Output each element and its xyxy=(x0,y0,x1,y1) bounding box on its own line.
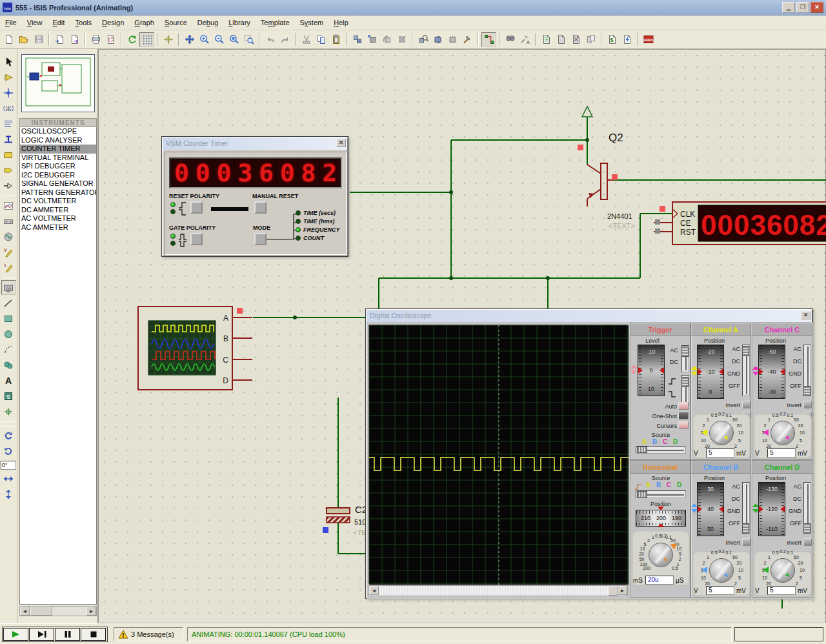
instrument-item-ac-voltmeter[interactable]: AC VOLTMETER xyxy=(20,214,96,223)
mode-button-circle-2d[interactable] xyxy=(1,327,16,341)
instrument-item-oscilloscope[interactable]: OSCILLOSCOPE xyxy=(20,127,96,136)
scope-scroll-right-button[interactable]: ► xyxy=(618,586,627,595)
mode-button-tape-recorder[interactable] xyxy=(1,214,16,228)
instrument-item-spi-debugger[interactable]: SPI DEBUGGER xyxy=(20,162,96,171)
toolbar-button-decompose[interactable] xyxy=(460,32,475,47)
toolbar-button-zoom-area[interactable] xyxy=(241,32,256,47)
trigger-one-shot-button[interactable] xyxy=(678,412,689,419)
oscilloscope-window[interactable]: Digital Oscilloscope ✕ ◄ ► TriggerLevel-… xyxy=(365,308,813,599)
scroll-right-button[interactable]: ► xyxy=(86,607,96,616)
close-button[interactable]: ✕ xyxy=(811,2,823,13)
toolbar-button-search-tag[interactable] xyxy=(503,32,518,47)
toolbar-button-new-file[interactable] xyxy=(1,32,16,47)
toolbar-button-remove-sheet[interactable] xyxy=(569,32,583,47)
toolbar-button-paste[interactable] xyxy=(328,32,343,47)
instrument-item-i2c-debugger[interactable]: I2C DEBUGGER xyxy=(20,171,96,180)
toolbar-button-cut[interactable] xyxy=(299,32,314,47)
channel-a-invert-button[interactable] xyxy=(742,401,750,408)
toolbar-button-netlist-to-ares[interactable]: ARES xyxy=(641,32,656,47)
toolbar-button-import-section[interactable] xyxy=(52,32,67,47)
trigger-cursors-button[interactable] xyxy=(678,421,689,429)
toolbar-button-pick-device[interactable] xyxy=(416,32,430,47)
channel-b-gain-knob-value[interactable]: 5 xyxy=(706,586,734,595)
mode-button-text-2d[interactable]: A xyxy=(1,373,16,388)
instrument-item-ac-ammeter[interactable]: AC AMMETER xyxy=(20,223,96,232)
channel-a-gain-knob-value[interactable]: 5 xyxy=(706,448,734,458)
counter-timer-titlebar[interactable]: VSM Counter Timer xyxy=(163,137,347,150)
instrument-item-pattern-generator[interactable]: PATTERN GENERATOR xyxy=(20,188,96,197)
mode-button-text-script[interactable] xyxy=(1,116,16,131)
menu-item-file[interactable]: File xyxy=(0,17,22,28)
channel-c-gain-knob-value[interactable]: 5 xyxy=(767,448,796,458)
toolbar-button-zoom-out[interactable] xyxy=(212,32,227,47)
scroll-thumb[interactable] xyxy=(30,607,52,616)
toolbar-button-packaging-tool[interactable] xyxy=(445,32,460,47)
gate-polarity-button[interactable] xyxy=(190,233,203,245)
messages-box[interactable]: 3 Message(s) xyxy=(114,627,183,641)
mode-button-junction-dot[interactable] xyxy=(1,85,16,100)
toolbar-button-block-rotate[interactable] xyxy=(379,32,394,47)
toolbar-button-false-origin[interactable] xyxy=(161,32,176,47)
rotation-angle-field[interactable]: 0° xyxy=(1,461,16,470)
channel-d-coupling-switch[interactable] xyxy=(803,482,811,534)
horizontal-source-slider[interactable] xyxy=(636,490,686,498)
trigger-source-slider[interactable] xyxy=(636,446,686,454)
menu-item-view[interactable]: View xyxy=(22,17,48,28)
toolbar-button-open-design[interactable] xyxy=(16,32,31,47)
mode-button-terminal[interactable] xyxy=(1,163,16,177)
oscilloscope-scrollbar[interactable]: ◄ ► xyxy=(368,585,628,596)
toolbar-button-copy[interactable] xyxy=(314,32,328,47)
channel-d-invert-button[interactable] xyxy=(803,538,812,546)
menu-item-graph[interactable]: Graph xyxy=(129,17,159,28)
toolbar-button-property-assignment[interactable]: A xyxy=(518,32,532,47)
scope-scroll-thumb[interactable] xyxy=(609,586,618,596)
preview-pane[interactable] xyxy=(21,54,95,112)
menu-item-source[interactable]: Source xyxy=(159,17,192,28)
stop-button[interactable] xyxy=(81,628,106,641)
scroll-left-button[interactable]: ◄ xyxy=(20,607,30,616)
channel-b-invert-button[interactable] xyxy=(742,538,750,546)
mode-button[interactable] xyxy=(254,233,267,245)
instrument-item-dc-voltmeter[interactable]: DC VOLTMETER xyxy=(20,197,96,206)
mode-button-arc-2d[interactable] xyxy=(1,342,16,357)
toolbar-button-zoom-all[interactable] xyxy=(227,32,241,47)
menu-item-debug[interactable]: Debug xyxy=(192,17,223,28)
channel-d-gain-knob-value[interactable]: 5 xyxy=(767,586,796,595)
toolbar-button-wire-autorouter[interactable] xyxy=(481,32,496,47)
toolbar-button-export-section[interactable] xyxy=(67,32,82,47)
toolbar-button-electrical-rule-check[interactable] xyxy=(620,32,634,47)
toolbar-button-new-sheet[interactable] xyxy=(554,32,569,47)
menu-item-tools[interactable]: Tools xyxy=(70,17,97,28)
toolbar-button-bill-of-materials[interactable]: $ xyxy=(605,32,620,47)
mode-button-current-probe[interactable]: I xyxy=(1,260,16,275)
minimize-button[interactable]: ▁ xyxy=(782,2,795,13)
toolbar-button-make-device[interactable] xyxy=(430,32,445,47)
mode-button-path-2d[interactable] xyxy=(1,357,16,372)
instrument-item-signal-generator[interactable]: SIGNAL GENERATOR xyxy=(20,179,96,188)
oscilloscope-component[interactable]: ABCD xyxy=(138,307,252,390)
mode-button-virtual-instrument[interactable] xyxy=(1,280,16,295)
toolbar-button-redraw[interactable] xyxy=(125,32,139,47)
transistor-q2[interactable] xyxy=(587,163,613,206)
timebase-knob-value[interactable]: 20u xyxy=(645,576,674,585)
counter-timer-close-button[interactable]: ✕ xyxy=(336,139,346,147)
instrument-item-counter-timer[interactable]: COUNTER TIMER xyxy=(20,145,96,154)
power-terminal[interactable] xyxy=(582,106,592,121)
mode-button-subcircuit[interactable] xyxy=(1,147,16,162)
manual-reset-button[interactable] xyxy=(254,201,267,214)
menu-item-system[interactable]: System xyxy=(295,17,329,28)
instrument-item-logic-analyser[interactable]: LOGIC ANALYSER xyxy=(20,136,96,145)
instrument-item-dc-ammeter[interactable]: DC AMMETER xyxy=(20,206,96,215)
mode-button-box-2d[interactable] xyxy=(1,311,16,326)
toolbar-button-goto-sheet[interactable] xyxy=(583,32,598,47)
mode-button-rotate-ccw[interactable] xyxy=(1,444,16,459)
mode-button-wire-label[interactable]: LBL xyxy=(1,101,16,116)
mode-button-voltage-probe[interactable]: V xyxy=(1,245,16,259)
toolbar-button-print[interactable] xyxy=(88,32,103,47)
toolbar-button-save-design[interactable] xyxy=(31,32,46,47)
left-panel-scrollbar[interactable]: ◄ ► xyxy=(19,606,97,616)
mode-button-marker-2d[interactable] xyxy=(1,404,16,419)
channel-c-invert-button[interactable] xyxy=(803,401,812,408)
mode-button-component[interactable] xyxy=(1,70,16,85)
toolbar-button-design-explorer[interactable] xyxy=(539,32,554,47)
